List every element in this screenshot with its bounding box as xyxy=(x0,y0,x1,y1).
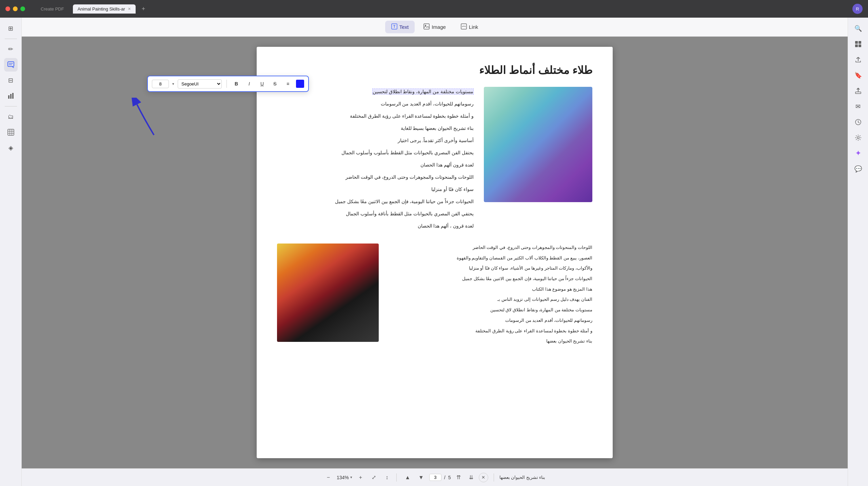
history-icon[interactable] xyxy=(851,115,865,129)
mail-icon[interactable]: ✉ xyxy=(851,100,865,113)
tab-label: Animal Painting Skills-ar xyxy=(78,6,125,12)
search-icon[interactable]: 🔍 xyxy=(851,22,865,35)
watercolor-image xyxy=(484,87,592,202)
current-page-input[interactable] xyxy=(429,474,441,481)
content-section-1: مستويات مختلفة من المهارة، ونقاط انطلاق … xyxy=(277,87,592,233)
svg-rect-14 xyxy=(424,24,429,29)
paragraph-3: و أمثلة خطوة بخطوة لمساعدة القراء على رؤ… xyxy=(277,111,474,121)
main-area: ⊞ ✏ ⊟ 🗂 xyxy=(0,18,868,486)
settings-svg xyxy=(855,134,862,141)
link-tool-button[interactable]: Link xyxy=(455,21,485,33)
paragraph-5: أساسية وأخرى أكثر تقدماً. يرجى اختيار xyxy=(277,136,474,145)
annotation-icon[interactable] xyxy=(4,58,18,72)
tab-create-pdf[interactable]: Create PDF xyxy=(36,4,69,14)
pages-icon[interactable]: ⊞ xyxy=(4,22,18,35)
image-tool-icon xyxy=(423,23,430,31)
section2-p5: هذا المزيج هو موضوع هذا الكتاب xyxy=(389,285,592,294)
text-formatting-toolbar: ▾ SegoeUI Arial Times New Roman B I U S … xyxy=(147,76,309,92)
pdf-area[interactable]: ▾ SegoeUI Arial Times New Roman B I U S … xyxy=(22,37,848,468)
maximize-window-button[interactable] xyxy=(20,6,25,11)
svg-rect-7 xyxy=(8,129,14,135)
italic-button[interactable]: I xyxy=(244,79,254,89)
zoom-value: 134% xyxy=(337,475,349,480)
text-column-2: اللوحات والمنحوتات والمجوهرات وحتى الدرو… xyxy=(389,244,592,348)
align-button[interactable]: ≡ xyxy=(283,79,293,89)
image-tool-button[interactable]: Image xyxy=(417,21,452,33)
font-size-input[interactable] xyxy=(152,80,169,88)
watercolor-graphic xyxy=(484,87,592,202)
text-tool-button[interactable]: T Text xyxy=(385,21,415,33)
tab-close-button[interactable]: ✕ xyxy=(128,7,131,11)
grid-svg xyxy=(855,41,862,47)
pages-panel-icon[interactable]: ⊟ xyxy=(4,74,18,87)
grid-view-icon[interactable] xyxy=(851,37,865,51)
font-size-dropdown-icon[interactable]: ▾ xyxy=(172,82,174,86)
paragraph-12: لعدة قرون ، ألهم هذا الحصان xyxy=(277,221,474,231)
last-page-button[interactable]: ⇊ xyxy=(466,473,476,482)
content-section-2: اللوحات والمنحوتات والمجوهرات وحتى الدرو… xyxy=(277,244,592,348)
zoom-dropdown-icon[interactable]: ▾ xyxy=(350,475,352,480)
bottom-bar: − 134% ▾ + ⤢ ↕ ▲ ▼ / 5 ⇈ ⇊ ✕ بناء تشريح … xyxy=(22,468,848,486)
section2-p3: والأكواب، وماركات المتاجر وغيرها من الأش… xyxy=(389,264,592,273)
sidebar-left: ⊞ ✏ ⊟ 🗂 xyxy=(0,18,22,486)
bold-button[interactable]: B xyxy=(232,79,241,89)
svg-rect-22 xyxy=(855,92,861,94)
section2-p8: رسوماتهم للحيوانات، أقدم العديد من الرسو… xyxy=(389,316,592,325)
export-icon[interactable] xyxy=(851,84,865,98)
first-page-button[interactable]: ⇈ xyxy=(454,473,463,482)
link-tool-icon xyxy=(461,23,467,31)
fit-page-button[interactable]: ⤢ xyxy=(369,473,379,482)
history-svg xyxy=(855,119,862,125)
text-tool-label: Text xyxy=(399,24,409,30)
total-pages: 5 xyxy=(448,475,451,480)
bookmark-icon[interactable]: 🔖 xyxy=(851,69,865,82)
share-up-icon[interactable] xyxy=(851,53,865,66)
svg-rect-5 xyxy=(10,94,12,99)
page-navigation: ▲ ▼ / 5 ⇈ ⇊ ✕ xyxy=(402,473,488,482)
svg-rect-19 xyxy=(859,41,861,44)
close-bar-button[interactable]: ✕ xyxy=(479,473,488,482)
section2-p10: بناء تشريح الحيوان بعضها xyxy=(389,337,592,346)
divider2 xyxy=(5,106,17,106)
close-window-button[interactable] xyxy=(5,6,10,11)
edit-icon[interactable]: ✏ xyxy=(4,42,18,56)
component-icon[interactable]: ◈ xyxy=(4,141,18,155)
ai-star-icon[interactable]: ✦ xyxy=(851,147,865,160)
paint-image xyxy=(277,244,379,342)
zoom-in-button[interactable]: + xyxy=(356,473,365,482)
zoom-out-button[interactable]: − xyxy=(324,473,333,482)
paragraph-7: لعدة قرون ألهم هذا الحصان xyxy=(277,160,474,170)
strikethrough-button[interactable]: S xyxy=(270,79,280,89)
next-page-button[interactable]: ▼ xyxy=(416,473,427,482)
comment-icon[interactable]: 💬 xyxy=(851,162,865,176)
minimize-window-button[interactable] xyxy=(13,6,18,11)
section2-p4: الحيوانات جزءاً من حياتنا اليومية، فإن ا… xyxy=(389,275,592,283)
fit-width-button[interactable]: ↕ xyxy=(383,473,391,482)
text-icon-svg: T xyxy=(391,23,397,30)
page-separator: / xyxy=(444,475,446,480)
template-icon[interactable]: 🗂 xyxy=(4,110,18,123)
svg-rect-18 xyxy=(855,41,858,44)
table-icon[interactable] xyxy=(4,125,18,139)
settings-icon[interactable] xyxy=(851,131,865,144)
divider xyxy=(396,473,397,482)
report-icon[interactable] xyxy=(4,89,18,103)
paragraph-10: الحيوانات جزءاً من حياتنا اليومية، فإن ا… xyxy=(277,197,474,206)
underline-button[interactable]: U xyxy=(257,79,267,89)
image-column-1 xyxy=(484,87,592,233)
new-tab-button[interactable]: + xyxy=(142,5,145,13)
section2-p2: العصور، يبيع من القطط والكلاب ألاب الكثي… xyxy=(389,254,592,263)
prev-page-button[interactable]: ▲ xyxy=(402,473,413,482)
share-svg xyxy=(855,56,862,63)
color-picker-button[interactable] xyxy=(296,80,304,88)
tab-animal-painting[interactable]: Animal Painting Skills-ar ✕ xyxy=(73,4,136,14)
svg-text:T: T xyxy=(393,25,395,28)
svg-rect-4 xyxy=(8,95,9,99)
font-family-select[interactable]: SegoeUI Arial Times New Roman xyxy=(178,79,222,89)
arrow-annotation xyxy=(127,98,167,143)
export-svg xyxy=(855,88,862,94)
avatar: R xyxy=(852,4,863,14)
paragraph-11: يحتفي الفن المصري بالحيوانات مثل القطط ب… xyxy=(277,209,474,218)
sidebar-right: 🔍 🔖 ✉ xyxy=(848,18,868,486)
paragraph-8: اللوحات والمنحوتات والمجوهرات وحتى الدرو… xyxy=(277,172,474,182)
